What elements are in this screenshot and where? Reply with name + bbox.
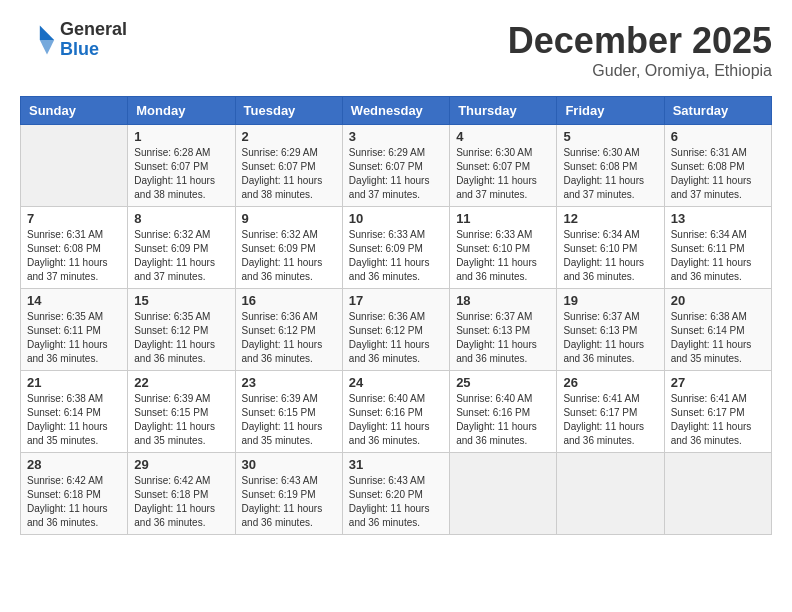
day-info: Sunrise: 6:31 AMSunset: 6:08 PMDaylight:… <box>671 146 765 202</box>
logo-general: General <box>60 20 127 40</box>
day-info: Sunrise: 6:40 AMSunset: 6:16 PMDaylight:… <box>349 392 443 448</box>
calendar-cell: 21Sunrise: 6:38 AMSunset: 6:14 PMDayligh… <box>21 371 128 453</box>
day-info: Sunrise: 6:38 AMSunset: 6:14 PMDaylight:… <box>671 310 765 366</box>
svg-marker-1 <box>40 40 54 54</box>
calendar-week-row: 14Sunrise: 6:35 AMSunset: 6:11 PMDayligh… <box>21 289 772 371</box>
calendar-cell: 25Sunrise: 6:40 AMSunset: 6:16 PMDayligh… <box>450 371 557 453</box>
calendar-cell: 9Sunrise: 6:32 AMSunset: 6:09 PMDaylight… <box>235 207 342 289</box>
day-info: Sunrise: 6:35 AMSunset: 6:12 PMDaylight:… <box>134 310 228 366</box>
weekday-header: Thursday <box>450 97 557 125</box>
day-info: Sunrise: 6:43 AMSunset: 6:19 PMDaylight:… <box>242 474 336 530</box>
calendar-cell: 15Sunrise: 6:35 AMSunset: 6:12 PMDayligh… <box>128 289 235 371</box>
day-number: 22 <box>134 375 228 390</box>
calendar-cell: 18Sunrise: 6:37 AMSunset: 6:13 PMDayligh… <box>450 289 557 371</box>
calendar-cell: 24Sunrise: 6:40 AMSunset: 6:16 PMDayligh… <box>342 371 449 453</box>
day-info: Sunrise: 6:29 AMSunset: 6:07 PMDaylight:… <box>349 146 443 202</box>
month-title: December 2025 <box>508 20 772 62</box>
header: General Blue December 2025 Guder, Oromiy… <box>20 20 772 80</box>
day-number: 19 <box>563 293 657 308</box>
day-number: 7 <box>27 211 121 226</box>
day-number: 17 <box>349 293 443 308</box>
day-number: 28 <box>27 457 121 472</box>
day-number: 10 <box>349 211 443 226</box>
day-info: Sunrise: 6:36 AMSunset: 6:12 PMDaylight:… <box>242 310 336 366</box>
calendar-body: 1Sunrise: 6:28 AMSunset: 6:07 PMDaylight… <box>21 125 772 535</box>
location-title: Guder, Oromiya, Ethiopia <box>508 62 772 80</box>
day-info: Sunrise: 6:28 AMSunset: 6:07 PMDaylight:… <box>134 146 228 202</box>
calendar-cell: 22Sunrise: 6:39 AMSunset: 6:15 PMDayligh… <box>128 371 235 453</box>
day-number: 2 <box>242 129 336 144</box>
day-number: 26 <box>563 375 657 390</box>
day-number: 30 <box>242 457 336 472</box>
calendar-cell: 7Sunrise: 6:31 AMSunset: 6:08 PMDaylight… <box>21 207 128 289</box>
weekday-row: SundayMondayTuesdayWednesdayThursdayFrid… <box>21 97 772 125</box>
day-number: 23 <box>242 375 336 390</box>
day-info: Sunrise: 6:35 AMSunset: 6:11 PMDaylight:… <box>27 310 121 366</box>
day-number: 14 <box>27 293 121 308</box>
day-info: Sunrise: 6:29 AMSunset: 6:07 PMDaylight:… <box>242 146 336 202</box>
day-info: Sunrise: 6:34 AMSunset: 6:10 PMDaylight:… <box>563 228 657 284</box>
calendar-cell: 26Sunrise: 6:41 AMSunset: 6:17 PMDayligh… <box>557 371 664 453</box>
calendar-cell: 10Sunrise: 6:33 AMSunset: 6:09 PMDayligh… <box>342 207 449 289</box>
day-number: 13 <box>671 211 765 226</box>
weekday-header: Monday <box>128 97 235 125</box>
calendar-cell: 19Sunrise: 6:37 AMSunset: 6:13 PMDayligh… <box>557 289 664 371</box>
day-info: Sunrise: 6:30 AMSunset: 6:08 PMDaylight:… <box>563 146 657 202</box>
day-number: 27 <box>671 375 765 390</box>
day-info: Sunrise: 6:30 AMSunset: 6:07 PMDaylight:… <box>456 146 550 202</box>
weekday-header: Friday <box>557 97 664 125</box>
day-info: Sunrise: 6:39 AMSunset: 6:15 PMDaylight:… <box>242 392 336 448</box>
day-number: 3 <box>349 129 443 144</box>
calendar-cell: 1Sunrise: 6:28 AMSunset: 6:07 PMDaylight… <box>128 125 235 207</box>
calendar-cell <box>21 125 128 207</box>
weekday-header: Tuesday <box>235 97 342 125</box>
day-info: Sunrise: 6:37 AMSunset: 6:13 PMDaylight:… <box>456 310 550 366</box>
day-info: Sunrise: 6:37 AMSunset: 6:13 PMDaylight:… <box>563 310 657 366</box>
logo-blue: Blue <box>60 40 127 60</box>
calendar-cell: 6Sunrise: 6:31 AMSunset: 6:08 PMDaylight… <box>664 125 771 207</box>
calendar-cell <box>664 453 771 535</box>
calendar-week-row: 1Sunrise: 6:28 AMSunset: 6:07 PMDaylight… <box>21 125 772 207</box>
day-info: Sunrise: 6:42 AMSunset: 6:18 PMDaylight:… <box>27 474 121 530</box>
calendar-cell: 31Sunrise: 6:43 AMSunset: 6:20 PMDayligh… <box>342 453 449 535</box>
calendar-week-row: 28Sunrise: 6:42 AMSunset: 6:18 PMDayligh… <box>21 453 772 535</box>
day-number: 6 <box>671 129 765 144</box>
day-number: 1 <box>134 129 228 144</box>
calendar-cell: 5Sunrise: 6:30 AMSunset: 6:08 PMDaylight… <box>557 125 664 207</box>
calendar-cell: 8Sunrise: 6:32 AMSunset: 6:09 PMDaylight… <box>128 207 235 289</box>
calendar-cell: 2Sunrise: 6:29 AMSunset: 6:07 PMDaylight… <box>235 125 342 207</box>
calendar-cell: 12Sunrise: 6:34 AMSunset: 6:10 PMDayligh… <box>557 207 664 289</box>
logo: General Blue <box>20 20 127 60</box>
calendar-cell: 13Sunrise: 6:34 AMSunset: 6:11 PMDayligh… <box>664 207 771 289</box>
calendar-cell: 3Sunrise: 6:29 AMSunset: 6:07 PMDaylight… <box>342 125 449 207</box>
day-info: Sunrise: 6:39 AMSunset: 6:15 PMDaylight:… <box>134 392 228 448</box>
day-info: Sunrise: 6:32 AMSunset: 6:09 PMDaylight:… <box>134 228 228 284</box>
calendar-cell: 4Sunrise: 6:30 AMSunset: 6:07 PMDaylight… <box>450 125 557 207</box>
day-number: 12 <box>563 211 657 226</box>
day-number: 25 <box>456 375 550 390</box>
day-number: 9 <box>242 211 336 226</box>
day-info: Sunrise: 6:31 AMSunset: 6:08 PMDaylight:… <box>27 228 121 284</box>
calendar-table: SundayMondayTuesdayWednesdayThursdayFrid… <box>20 96 772 535</box>
day-number: 8 <box>134 211 228 226</box>
title-area: December 2025 Guder, Oromiya, Ethiopia <box>508 20 772 80</box>
day-info: Sunrise: 6:43 AMSunset: 6:20 PMDaylight:… <box>349 474 443 530</box>
day-info: Sunrise: 6:33 AMSunset: 6:09 PMDaylight:… <box>349 228 443 284</box>
day-number: 29 <box>134 457 228 472</box>
day-info: Sunrise: 6:38 AMSunset: 6:14 PMDaylight:… <box>27 392 121 448</box>
day-info: Sunrise: 6:41 AMSunset: 6:17 PMDaylight:… <box>671 392 765 448</box>
day-number: 16 <box>242 293 336 308</box>
day-number: 24 <box>349 375 443 390</box>
day-number: 20 <box>671 293 765 308</box>
calendar-week-row: 7Sunrise: 6:31 AMSunset: 6:08 PMDaylight… <box>21 207 772 289</box>
day-number: 18 <box>456 293 550 308</box>
weekday-header: Saturday <box>664 97 771 125</box>
day-number: 21 <box>27 375 121 390</box>
weekday-header: Sunday <box>21 97 128 125</box>
calendar-cell: 11Sunrise: 6:33 AMSunset: 6:10 PMDayligh… <box>450 207 557 289</box>
calendar-cell: 17Sunrise: 6:36 AMSunset: 6:12 PMDayligh… <box>342 289 449 371</box>
day-info: Sunrise: 6:40 AMSunset: 6:16 PMDaylight:… <box>456 392 550 448</box>
calendar-cell: 30Sunrise: 6:43 AMSunset: 6:19 PMDayligh… <box>235 453 342 535</box>
calendar-cell: 28Sunrise: 6:42 AMSunset: 6:18 PMDayligh… <box>21 453 128 535</box>
calendar-cell: 16Sunrise: 6:36 AMSunset: 6:12 PMDayligh… <box>235 289 342 371</box>
